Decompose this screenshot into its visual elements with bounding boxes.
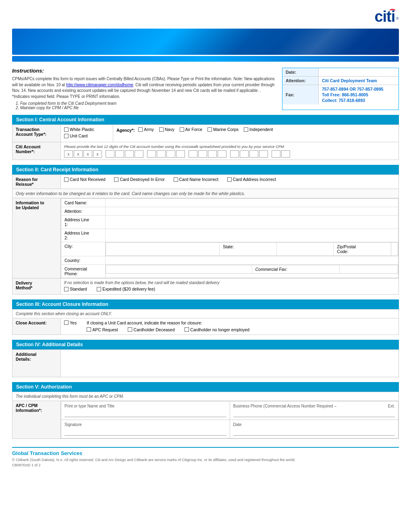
acct-12[interactable] (176, 150, 185, 158)
signature-field[interactable] (64, 428, 226, 436)
acct-20[interactable] (259, 150, 268, 158)
citi-account-cell: Please provide the last 12 digits of the… (61, 142, 399, 160)
reason-name-incorrect[interactable]: Card Name Incorrect (174, 177, 218, 182)
section3-table: Complete this section when closing an ac… (12, 309, 399, 335)
zip-label-cell: Zip/PostalCode: (334, 243, 391, 256)
name-incorrect-checkbox[interactable] (174, 177, 178, 182)
acct-7[interactable] (125, 150, 134, 158)
airforce-label: Air Force (185, 127, 203, 132)
reason-destroyed[interactable]: Card Destroyed In Error (114, 177, 164, 182)
deceased-checkbox[interactable] (128, 327, 132, 332)
white-plastic-label: White Plastic (70, 127, 94, 132)
agency-army[interactable]: Army (138, 127, 154, 132)
airforce-checkbox[interactable] (180, 127, 184, 132)
reason-not-received[interactable]: Card Not Received (64, 177, 106, 182)
agency-airforce[interactable]: Air Force (180, 127, 203, 132)
apc-checkbox[interactable] (87, 327, 91, 332)
acct-x4[interactable]: x (93, 150, 102, 158)
marinecorps-checkbox[interactable] (208, 127, 212, 132)
agency-independent[interactable]: Independent (244, 127, 273, 132)
delivery-standard[interactable]: Standard (64, 287, 87, 291)
white-plastic-checkbox[interactable] (64, 127, 68, 132)
country-label: Country: (61, 256, 106, 265)
agency-navy[interactable]: Navy (159, 127, 174, 132)
acct-x1[interactable]: x (64, 150, 73, 158)
phone-field[interactable] (233, 410, 395, 417)
expedited-label: Expedited ($20 delivery fee) (102, 287, 155, 291)
name-title-field[interactable] (64, 410, 226, 417)
yes-checkbox-item[interactable]: Yes (64, 320, 77, 325)
acct-19[interactable] (249, 150, 258, 158)
update-sub-table: Card Name: Attention: Address Line1: Add… (61, 198, 399, 278)
closure-no-longer-employed[interactable]: Cardholder no longer employed (185, 327, 249, 332)
logo-area: citi ® (12, 8, 399, 25)
unit-card-checkbox[interactable] (64, 134, 68, 138)
closure-deceased[interactable]: Cardholder Deceased (128, 327, 174, 332)
section2-header: Section II: Card Receipt Information (12, 165, 399, 175)
acct-17[interactable] (230, 150, 239, 158)
agency-marinecorps[interactable]: Marine Corps (208, 127, 239, 132)
state-field[interactable] (277, 243, 334, 256)
addr1-field[interactable] (106, 216, 399, 229)
delivery-expedited[interactable]: Expedited ($20 delivery fee) (97, 287, 155, 291)
expedited-checkbox[interactable] (97, 287, 101, 291)
comm-fax-field[interactable] (340, 265, 398, 274)
zip-field[interactable] (391, 243, 398, 256)
footer-copyright: © Citibank (South Dakota), N.A. All righ… (12, 458, 399, 462)
card-name-row: Card Name: (61, 199, 399, 207)
destroyed-label: Card Destroyed In Error (120, 177, 164, 182)
acct-18[interactable] (240, 150, 249, 158)
acct-x2[interactable]: x (74, 150, 83, 158)
card-name-field[interactable] (106, 199, 399, 207)
acct-13[interactable] (189, 150, 197, 158)
address-incorrect-label: Card Address Incorrect (233, 177, 276, 182)
reason-options: Card Not Received Card Destroyed In Erro… (61, 175, 399, 189)
standard-checkbox[interactable] (64, 287, 68, 291)
yes-checkbox[interactable] (64, 320, 68, 325)
navy-checkbox[interactable] (159, 127, 164, 132)
unit-card-option[interactable]: Unit Card (64, 133, 110, 138)
acct-x3[interactable]: x (83, 150, 92, 158)
address-incorrect-checkbox[interactable] (227, 177, 232, 182)
citi-link[interactable]: http://www.citimanager.com/dodhome (66, 83, 133, 87)
city-field[interactable] (106, 243, 220, 256)
contact-fax-row: Fax: 757-857-0894 OR 757-857-0895 Toll F… (282, 85, 399, 104)
independent-checkbox[interactable] (244, 127, 248, 132)
delivery-cell: If no selection is made from the options… (61, 278, 399, 295)
comm-phone-field[interactable] (106, 265, 252, 274)
acct-8[interactable] (135, 150, 143, 158)
fax-line2: Toll Free: 866-951-8005 (322, 92, 368, 97)
destroyed-checkbox[interactable] (114, 177, 118, 182)
not-received-checkbox[interactable] (64, 177, 68, 182)
additional-details-input[interactable] (64, 352, 395, 374)
date-label: Date: (282, 68, 319, 76)
date-field[interactable] (233, 428, 395, 436)
white-plastic-option[interactable]: White Plastic (64, 127, 110, 132)
transaction-row: TransactionAccount Type*: White Plastic … (12, 125, 399, 142)
country-field[interactable] (106, 256, 399, 265)
footer: Global Transaction Services © Citibank (… (12, 447, 399, 467)
acct-21[interactable] (272, 150, 280, 158)
acct-9[interactable] (147, 150, 156, 158)
acct-16[interactable] (218, 150, 226, 158)
acct-14[interactable] (198, 150, 207, 158)
acct-6[interactable] (115, 150, 124, 158)
attention-field[interactable] (106, 207, 399, 216)
army-checkbox[interactable] (138, 127, 143, 132)
acct-15[interactable] (208, 150, 217, 158)
instructions-list: Fax completed form to the Citi Card Depl… (12, 101, 276, 110)
acct-22[interactable] (281, 150, 290, 158)
instruction-item-2: Maintain copy for CPM / APC file (20, 106, 276, 110)
reason-address-incorrect[interactable]: Card Address Incorrect (227, 177, 276, 182)
phone-fax-table: Commercial Fax: (106, 265, 398, 274)
closure-apc[interactable]: APC Request (87, 327, 118, 332)
country-row: Country: (61, 256, 399, 265)
acct-10[interactable] (157, 150, 166, 158)
acct-11[interactable] (166, 150, 175, 158)
section3-note-row: Complete this section when closing an ac… (12, 309, 399, 318)
addr2-field[interactable] (106, 229, 399, 242)
acct-5[interactable] (106, 150, 114, 158)
delivery-row: DeliveryMethod* If no selection is made … (12, 278, 399, 295)
no-longer-employed-checkbox[interactable] (185, 327, 189, 332)
citi-arc-icon (389, 9, 396, 13)
